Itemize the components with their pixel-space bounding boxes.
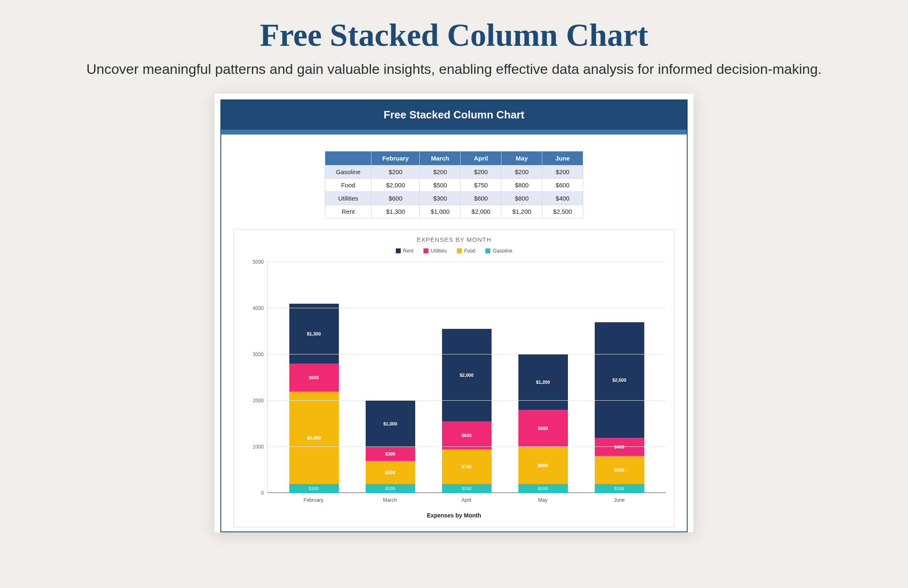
legend-label: Rent xyxy=(403,248,414,254)
bar-segment-gasoline: $200 xyxy=(289,484,339,493)
bar-value-label: $800 xyxy=(538,426,548,431)
bar-segment-gasoline: $200 xyxy=(595,484,644,493)
table-cell: $2,000 xyxy=(461,205,501,218)
bar-segment-utilities: $400 xyxy=(595,438,644,456)
table-cell: $200 xyxy=(461,165,501,179)
bars-group: $200$2,000$600$1,300$200$500$300$1,000$2… xyxy=(267,262,666,493)
table-cell: $800 xyxy=(501,179,542,192)
bar-value-label: $200 xyxy=(461,486,471,491)
data-table: February March April May June Gasoline$2… xyxy=(325,151,583,218)
x-tick-label: June xyxy=(594,497,644,503)
bar-segment-rent: $1,000 xyxy=(366,401,415,447)
table-cell: $300 xyxy=(420,192,461,205)
table-cell: $200 xyxy=(371,165,420,179)
table-cell: $1,300 xyxy=(371,205,420,218)
table-cell: $2,500 xyxy=(542,205,583,218)
bar-segment-utilities: $800 xyxy=(518,410,568,447)
bar-value-label: $800 xyxy=(538,463,548,468)
legend-item: Rent xyxy=(396,248,414,254)
gridline xyxy=(267,400,666,401)
bar-segment-food: $800 xyxy=(518,447,568,484)
bar-value-label: $1,300 xyxy=(307,331,321,336)
col-header: June xyxy=(542,151,583,165)
bar-segment-utilities: $600 xyxy=(442,421,492,449)
chart-plot: 010002000300040005000 $200$2,000$600$1,3… xyxy=(242,262,666,493)
table-cell: $2,000 xyxy=(371,179,420,192)
bar-segment-gasoline: $200 xyxy=(442,484,492,493)
page-title: Free Stacked Column Chart xyxy=(0,17,908,54)
chart-title: EXPENSES BY MONTH xyxy=(242,236,666,243)
table-row: Rent$1,300$1,000$2,000$1,200$2,500 xyxy=(325,205,583,218)
legend-label: Gasoline xyxy=(493,248,512,254)
bar-value-label: $500 xyxy=(385,470,395,475)
table-cell: $500 xyxy=(420,179,461,192)
row-header: Food xyxy=(325,179,371,192)
y-axis: 010002000300040005000 xyxy=(242,262,267,493)
stacked-bar: $200$800$800$1,200 xyxy=(518,354,568,493)
col-header: April xyxy=(461,151,501,165)
legend-label: Food xyxy=(464,248,475,254)
table-cell: $600 xyxy=(371,192,420,205)
document-accent-band xyxy=(221,130,687,135)
bar-value-label: $200 xyxy=(309,486,319,491)
document-inner: Free Stacked Column Chart February March… xyxy=(220,99,688,532)
chart-legend: RentUtilitiesFoodGasoline xyxy=(242,248,666,254)
page-subtitle: Uncover meaningful patterns and gain val… xyxy=(0,61,908,77)
bar-segment-rent: $1,200 xyxy=(518,354,568,410)
table-cell: $600 xyxy=(461,192,501,205)
bar-value-label: $2,000 xyxy=(460,373,474,378)
y-tick-label: 0 xyxy=(261,490,264,496)
table-row: Utilities$600$300$600$800$400 xyxy=(325,192,583,205)
y-tick-label: 2000 xyxy=(253,398,264,404)
legend-swatch-icon xyxy=(396,248,401,253)
y-tick-label: 1000 xyxy=(253,444,264,450)
bar-value-label: $600 xyxy=(461,433,471,438)
stacked-bar: $200$600$400$2,500 xyxy=(595,322,644,493)
bar-segment-utilities: $600 xyxy=(289,364,339,391)
col-header: March xyxy=(420,151,461,165)
x-tick-label: February xyxy=(289,497,338,503)
bar-segment-food: $500 xyxy=(366,461,415,484)
bar-value-label: $200 xyxy=(385,486,395,491)
legend-swatch-icon xyxy=(485,248,490,253)
table-cell: $750 xyxy=(461,179,501,192)
gridline xyxy=(267,262,666,262)
bar-segment-gasoline: $200 xyxy=(518,484,568,493)
gridline xyxy=(267,354,666,354)
stacked-bar: $200$500$300$1,000 xyxy=(366,401,415,493)
page: Free Stacked Column Chart Uncover meanin… xyxy=(0,0,908,588)
table-cell: $400 xyxy=(542,192,583,205)
row-header: Rent xyxy=(325,205,371,218)
row-header: Utilities xyxy=(325,192,371,205)
bar-segment-rent: $1,300 xyxy=(289,304,339,364)
col-header: May xyxy=(501,151,542,165)
row-header: Gasoline xyxy=(325,165,371,179)
bar-value-label: $1,200 xyxy=(536,380,550,385)
legend-swatch-icon xyxy=(457,248,462,253)
bar-value-label: $400 xyxy=(614,444,624,449)
bar-segment-gasoline: $200 xyxy=(366,484,415,493)
table-cell: $800 xyxy=(501,192,542,205)
bar-segment-rent: $2,000 xyxy=(442,329,492,421)
y-tick-label: 5000 xyxy=(253,259,264,265)
legend-item: Gasoline xyxy=(485,248,512,254)
bar-value-label: $2,500 xyxy=(612,378,627,383)
bar-segment-utilities: $300 xyxy=(366,447,415,461)
bar-value-label: $750 xyxy=(461,464,471,469)
bar-segment-food: $600 xyxy=(595,456,644,484)
bar-value-label: $200 xyxy=(538,486,548,491)
table-cell: $200 xyxy=(501,165,542,179)
table-cell: $1,200 xyxy=(501,205,542,218)
table-cell: $600 xyxy=(542,179,583,192)
legend-swatch-icon xyxy=(423,248,428,253)
gridline xyxy=(267,308,666,308)
bar-value-label: $1,000 xyxy=(383,421,397,426)
y-tick-label: 3000 xyxy=(253,352,264,357)
bar-segment-rent: $2,500 xyxy=(595,322,644,438)
gridline xyxy=(267,446,666,447)
table-row: Food$2,000$500$750$800$600 xyxy=(325,179,583,192)
x-axis-title: Expenses by Month xyxy=(242,512,666,519)
document-card: Free Stacked Column Chart February March… xyxy=(215,94,693,532)
x-tick-label: March xyxy=(365,497,415,503)
bar-value-label: $300 xyxy=(385,451,395,456)
